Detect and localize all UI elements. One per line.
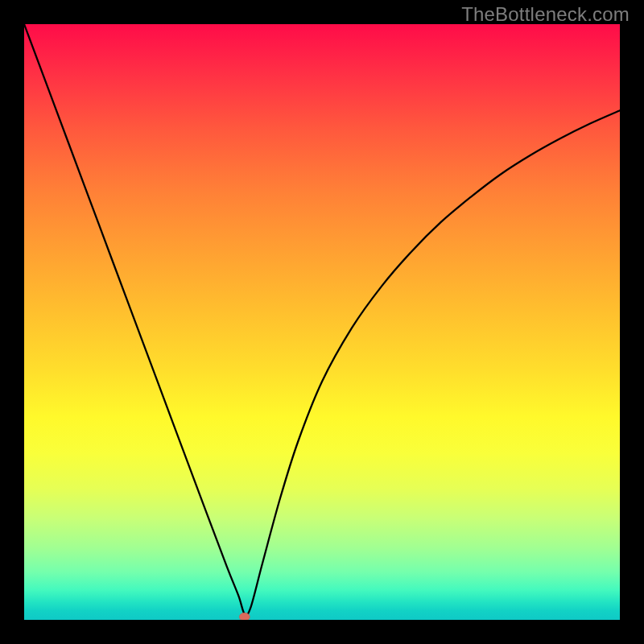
bottleneck-curve: [24, 24, 620, 615]
chart-frame: TheBottleneck.com: [0, 0, 644, 644]
curve-svg: [24, 24, 620, 620]
plot-area: [24, 24, 620, 620]
optimal-point-marker: [239, 613, 250, 620]
watermark-text: TheBottleneck.com: [461, 3, 630, 26]
